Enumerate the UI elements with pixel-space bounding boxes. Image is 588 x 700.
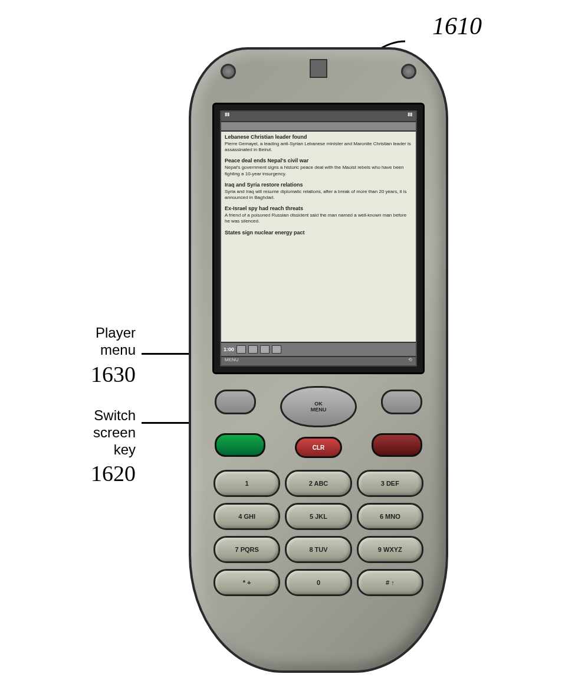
key-8[interactable]: 8 TUV xyxy=(285,536,352,563)
mobile-phone-device: ▮▮ ▮▮ Lebanese Christian leader found Pi… xyxy=(189,47,448,673)
key-5[interactable]: 5 JKL xyxy=(285,503,352,530)
key-1[interactable]: 1 xyxy=(213,470,280,497)
right-softkey-label: ⟲ xyxy=(408,357,412,365)
news-headline: Peace deal ends Nepal's civil war xyxy=(225,158,412,165)
key-star[interactable]: * + xyxy=(213,569,280,596)
callout-switch-label: Switch screen key xyxy=(93,407,136,457)
prev-button[interactable] xyxy=(236,345,246,354)
news-body: Pierre Gemayel, a leading anti-Syrian Le… xyxy=(225,141,412,153)
news-item[interactable]: Iraq and Syria restore relations Syria a… xyxy=(225,182,412,201)
key-7[interactable]: 7 PQRS xyxy=(213,536,280,563)
status-bar: ▮▮ ▮▮ xyxy=(221,112,416,122)
keypad: OK MENU CLR 1 2 ABC 3 DEF 4 GHI 5 JKL 6 … xyxy=(209,386,428,653)
switch-screen-key[interactable] xyxy=(215,390,256,414)
news-body: A friend of a poisoned Russian dissident… xyxy=(225,212,412,225)
brand-logo-icon xyxy=(310,59,327,78)
speaker-hole-right xyxy=(401,64,416,79)
key-3[interactable]: 3 DEF xyxy=(357,470,423,497)
speaker-hole-left xyxy=(221,64,236,79)
news-list[interactable]: Lebanese Christian leader found Pierre G… xyxy=(221,132,416,342)
right-softkey[interactable] xyxy=(381,390,422,414)
news-body: Nepal's government signs a historic peac… xyxy=(225,165,412,177)
news-headline: Ex-Israel spy had reach threats xyxy=(225,205,412,212)
news-item[interactable]: Ex-Israel spy had reach threats A friend… xyxy=(225,205,412,224)
key-6[interactable]: 6 MNO xyxy=(357,503,423,530)
callout-player-ref: 1630 xyxy=(29,361,136,388)
news-headline: Lebanese Christian leader found xyxy=(225,134,412,141)
news-headline: Iraq and Syria restore relations xyxy=(225,182,412,189)
stop-button[interactable] xyxy=(272,345,281,354)
battery-icon: ▮▮ xyxy=(408,112,412,121)
end-call-key[interactable] xyxy=(372,433,422,457)
key-0[interactable]: 0 xyxy=(285,569,352,596)
callout-switch-ref: 1620 xyxy=(29,460,136,488)
key-9[interactable]: 9 WXYZ xyxy=(357,536,423,563)
news-headline: States sign nuclear energy pact xyxy=(225,230,412,237)
phone-earpiece-area xyxy=(191,50,446,97)
display-screen[interactable]: ▮▮ ▮▮ Lebanese Christian leader found Pi… xyxy=(220,110,417,367)
left-softkey-label: MENU xyxy=(225,357,239,365)
phone-body: ▮▮ ▮▮ Lebanese Christian leader found Pi… xyxy=(189,47,448,673)
news-item[interactable]: Lebanese Christian leader found Pierre G… xyxy=(225,134,412,153)
title-bar xyxy=(221,122,416,132)
playback-time: 1:00 xyxy=(224,346,234,352)
figure-ref-top: 1610 xyxy=(432,12,482,40)
next-button[interactable] xyxy=(260,345,270,354)
softkey-label-bar: MENU ⟲ xyxy=(221,356,416,365)
key-hash[interactable]: # ↑ xyxy=(357,569,423,596)
nav-ok-button[interactable]: OK MENU xyxy=(280,386,357,427)
digit-grid: 1 2 ABC 3 DEF 4 GHI 5 JKL 6 MNO 7 PQRS 8… xyxy=(209,465,428,596)
play-button[interactable] xyxy=(248,345,258,354)
screen-bezel: ▮▮ ▮▮ Lebanese Christian leader found Pi… xyxy=(212,103,425,374)
callout-switch-screen: Switch screen key 1620 xyxy=(29,407,136,488)
clear-key[interactable]: CLR xyxy=(295,437,342,458)
news-item[interactable]: Peace deal ends Nepal's civil war Nepal'… xyxy=(225,158,412,176)
key-4[interactable]: 4 GHI xyxy=(213,503,280,530)
callout-player-label: Player menu xyxy=(96,325,136,358)
call-key[interactable] xyxy=(215,433,265,457)
callout-player-menu: Player menu 1630 xyxy=(29,325,136,388)
news-body: Syria and Iraq will resume diplomatic re… xyxy=(225,189,412,201)
player-menu-bar[interactable]: 1:00 xyxy=(221,342,416,356)
key-2[interactable]: 2 ABC xyxy=(285,470,352,497)
news-item[interactable]: States sign nuclear energy pact xyxy=(225,230,412,237)
signal-icon: ▮▮ xyxy=(225,112,229,121)
